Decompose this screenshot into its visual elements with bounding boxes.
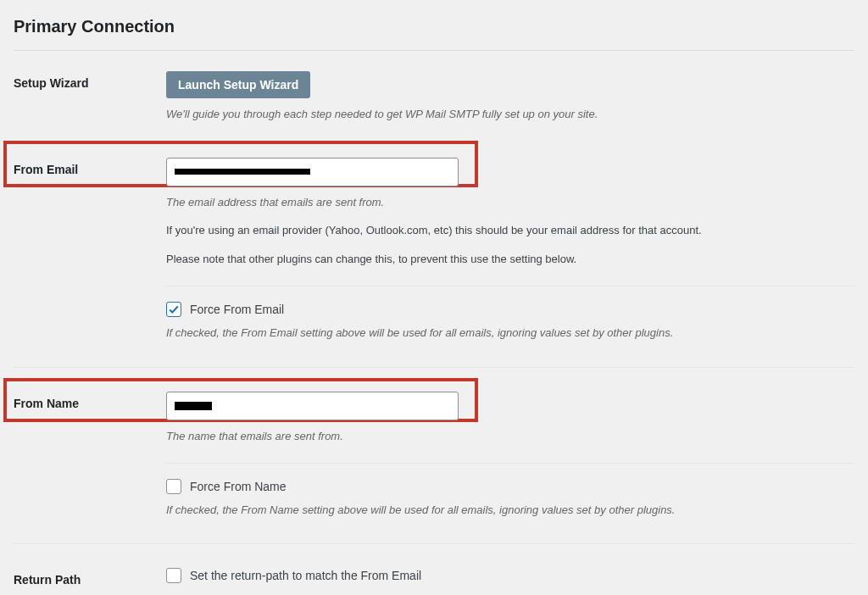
- force-from-name-checkbox[interactable]: [166, 479, 181, 494]
- setup-wizard-row: Setup Wizard Launch Setup Wizard We'll g…: [14, 71, 854, 122]
- force-from-email-desc: If checked, the From Email setting above…: [166, 325, 854, 341]
- return-path-chk-label: Set the return-path to match the From Em…: [190, 569, 421, 582]
- from-name-desc: The name that emails are sent from.: [166, 429, 854, 444]
- divider: [14, 50, 854, 51]
- inner-divider: [166, 286, 854, 286]
- return-path-label: Return Path: [14, 568, 166, 587]
- from-email-desc2: If you're using an email provider (Yahoo…: [166, 222, 854, 239]
- return-path-checkbox[interactable]: [166, 568, 181, 583]
- divider: [14, 367, 854, 368]
- from-name-row: From Name The name that emails are sent …: [14, 392, 854, 518]
- redacted-name-value: [175, 402, 212, 410]
- setup-wizard-label: Setup Wizard: [14, 71, 166, 90]
- from-email-desc1: The email address that emails are sent f…: [166, 195, 854, 210]
- force-from-name-label: Force From Name: [190, 480, 287, 493]
- check-icon: [168, 303, 180, 315]
- inner-divider: [166, 463, 854, 464]
- force-from-name-desc: If checked, the From Name setting above …: [166, 503, 854, 518]
- setup-wizard-desc: We'll guide you through each step needed…: [166, 107, 854, 122]
- divider: [14, 543, 854, 544]
- from-email-row: From Email The email address that emails…: [14, 158, 854, 341]
- from-name-label: From Name: [14, 392, 166, 410]
- return-path-desc1: Return Path indicates where non-delivery…: [166, 592, 854, 595]
- from-email-desc3: Please note that other plugins can chang…: [166, 251, 854, 268]
- force-from-email-checkbox[interactable]: [166, 302, 181, 317]
- from-email-label: From Email: [14, 158, 166, 176]
- return-path-row: Return Path Set the return-path to match…: [14, 568, 854, 595]
- force-from-email-label: Force From Email: [190, 303, 284, 316]
- redacted-email-value: [175, 169, 310, 175]
- section-title: Primary Connection: [14, 17, 854, 36]
- launch-setup-wizard-button[interactable]: Launch Setup Wizard: [166, 71, 310, 98]
